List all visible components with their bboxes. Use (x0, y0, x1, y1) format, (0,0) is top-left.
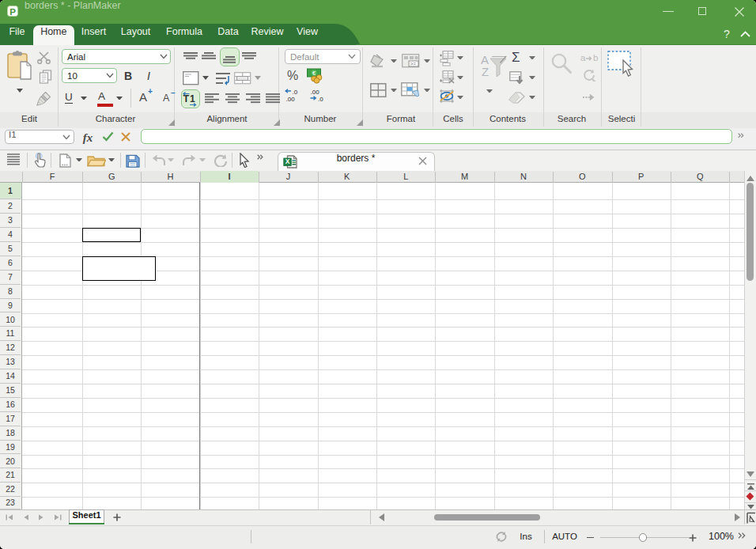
svg-text:.00: .00 (286, 96, 296, 102)
svg-text:X: X (285, 157, 290, 165)
svg-text:.0: .0 (293, 89, 298, 96)
svg-text:>=: >= (410, 61, 417, 66)
svg-text:.0: .0 (318, 96, 323, 102)
svg-text:.00: .00 (311, 89, 320, 96)
